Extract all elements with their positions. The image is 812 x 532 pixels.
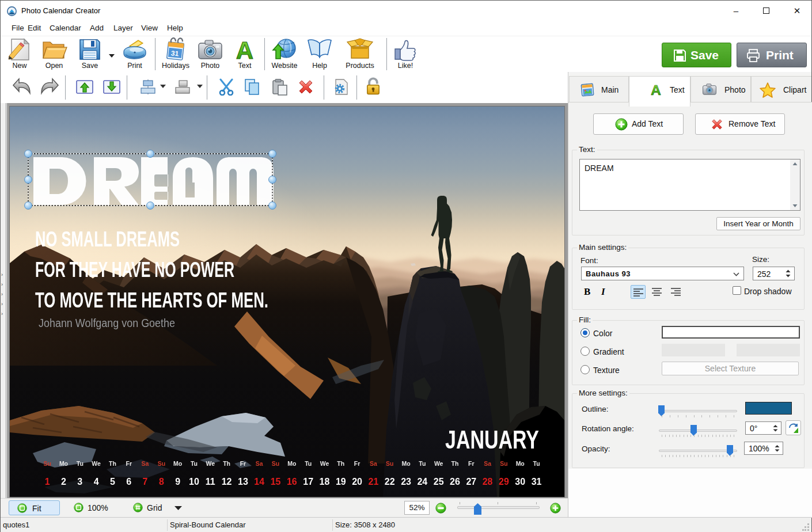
svg-text:A: A [651,82,661,97]
svg-text:31: 31 [170,49,179,58]
svg-text:A: A [236,37,253,62]
